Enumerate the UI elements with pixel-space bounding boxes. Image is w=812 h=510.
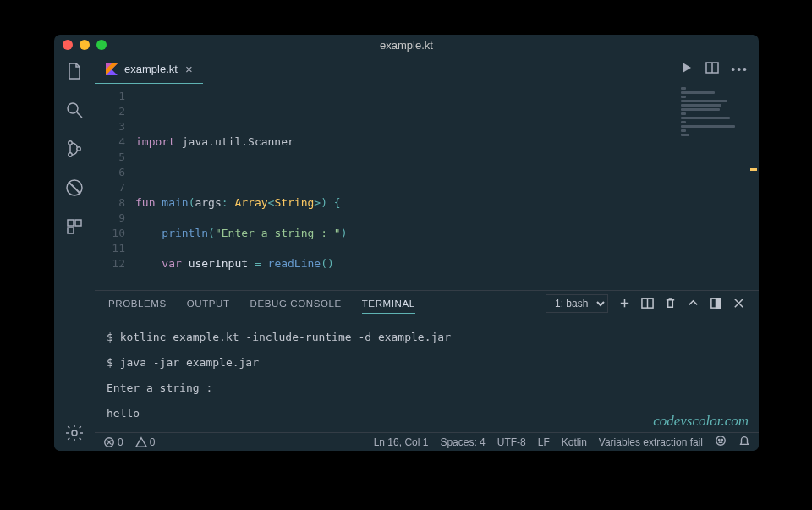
- terminal-line: hello: [107, 407, 747, 420]
- kotlin-file-icon: [105, 63, 118, 76]
- tab-label: example.kt: [124, 63, 178, 75]
- tab-problems[interactable]: PROBLEMS: [108, 299, 167, 309]
- svg-point-2: [69, 153, 72, 156]
- svg-point-1: [69, 141, 72, 145]
- source-control-icon[interactable]: [63, 138, 85, 160]
- main-area: example.kt × ••• 1 2 3 4 5 6 7 8 9 10 11…: [95, 55, 759, 451]
- status-lang[interactable]: Kotlin: [562, 436, 587, 448]
- terminal-line: $ kotlinc example.kt -include-runtime -d…: [107, 331, 747, 343]
- svg-rect-5: [68, 220, 74, 226]
- bottom-panel: PROBLEMS OUTPUT DEBUG CONSOLE TERMINAL 1…: [95, 290, 759, 432]
- search-icon[interactable]: [63, 99, 85, 121]
- split-editor-icon[interactable]: [705, 61, 719, 78]
- overview-ruler[interactable]: [749, 84, 759, 290]
- gutter: 1 2 3 4 5 6 7 8 9 10 11 12: [95, 84, 135, 290]
- feedback-icon[interactable]: [715, 435, 727, 449]
- tab-debug-console[interactable]: DEBUG CONSOLE: [250, 299, 342, 309]
- code-content[interactable]: import java.util.Scanner fun main(args: …: [135, 84, 672, 290]
- svg-marker-12: [683, 63, 691, 73]
- line-number: 8: [95, 195, 125, 211]
- panel-maximize-icon[interactable]: [710, 297, 722, 311]
- svg-rect-7: [68, 228, 74, 233]
- svg-point-18: [716, 436, 726, 446]
- minimize-dot[interactable]: [80, 40, 90, 50]
- split-terminal-icon[interactable]: [641, 297, 654, 311]
- status-lint[interactable]: Variables extraction fail: [599, 436, 703, 448]
- line-number: 2: [95, 104, 125, 119]
- titlebar: example.kt: [54, 35, 759, 55]
- svg-point-20: [721, 439, 722, 440]
- kill-terminal-icon[interactable]: [664, 297, 677, 311]
- panel-close-icon[interactable]: [732, 297, 745, 311]
- svg-rect-16: [716, 298, 721, 307]
- tab-example-kt[interactable]: example.kt ×: [95, 55, 203, 84]
- line-number: 6: [95, 165, 125, 180]
- tab-output[interactable]: OUTPUT: [187, 299, 230, 309]
- status-warnings[interactable]: 0: [135, 436, 156, 448]
- svg-point-19: [719, 439, 720, 440]
- editor-window: example.kt: [54, 35, 759, 451]
- traffic-lights: [63, 40, 107, 50]
- debug-icon[interactable]: [63, 177, 85, 199]
- tab-terminal[interactable]: TERMINAL: [362, 299, 415, 314]
- extensions-icon[interactable]: [63, 216, 85, 238]
- terminal[interactable]: $ kotlinc example.kt -include-runtime -d…: [95, 316, 759, 432]
- line-number: 11: [95, 241, 125, 256]
- close-dot[interactable]: [63, 40, 73, 50]
- svg-point-0: [68, 103, 78, 113]
- status-bar: 0 0 Ln 16, Col 1 Spaces: 4 UTF-8 LF Kotl…: [95, 432, 759, 451]
- tab-close-icon[interactable]: ×: [185, 62, 193, 76]
- svg-point-8: [72, 430, 77, 436]
- more-actions-icon[interactable]: •••: [731, 63, 749, 76]
- line-number: 3: [95, 119, 125, 134]
- bell-icon[interactable]: [738, 435, 750, 449]
- panel-tools: 1: bash: [546, 294, 745, 313]
- editor-actions: •••: [680, 55, 759, 84]
- zoom-dot[interactable]: [96, 40, 107, 50]
- window-body: example.kt × ••• 1 2 3 4 5 6 7 8 9 10 11…: [54, 55, 759, 451]
- explorer-icon[interactable]: [63, 60, 85, 82]
- status-errors[interactable]: 0: [103, 436, 123, 448]
- line-number: 9: [95, 211, 125, 226]
- editor-tabs: example.kt × •••: [95, 55, 759, 84]
- line-number: 7: [95, 180, 125, 195]
- line-number: 10: [95, 226, 125, 241]
- panel-tabs: PROBLEMS OUTPUT DEBUG CONSOLE TERMINAL 1…: [95, 291, 759, 316]
- terminal-line: Enter a string :: [107, 381, 747, 394]
- line-number: 1: [95, 89, 125, 104]
- minimap[interactable]: [672, 84, 749, 290]
- panel-up-icon[interactable]: [687, 297, 700, 311]
- window-title: example.kt: [54, 39, 759, 52]
- line-number: 4: [95, 134, 125, 150]
- new-terminal-icon[interactable]: [618, 297, 631, 311]
- status-eol[interactable]: LF: [538, 436, 550, 448]
- status-cursor-pos[interactable]: Ln 16, Col 1: [374, 436, 429, 448]
- run-icon[interactable]: [680, 61, 694, 78]
- status-spaces[interactable]: Spaces: 4: [440, 436, 485, 448]
- terminal-select[interactable]: 1: bash: [546, 294, 608, 313]
- status-encoding[interactable]: UTF-8: [497, 436, 526, 448]
- svg-point-3: [77, 147, 80, 151]
- terminal-line: $ java -jar example.jar: [107, 356, 747, 369]
- line-number: 12: [95, 256, 125, 271]
- line-number: 5: [95, 150, 125, 165]
- settings-gear-icon[interactable]: [63, 422, 85, 444]
- svg-rect-6: [75, 220, 81, 226]
- activity-bar: [54, 55, 95, 451]
- editor[interactable]: 1 2 3 4 5 6 7 8 9 10 11 12 import java.u…: [95, 84, 759, 290]
